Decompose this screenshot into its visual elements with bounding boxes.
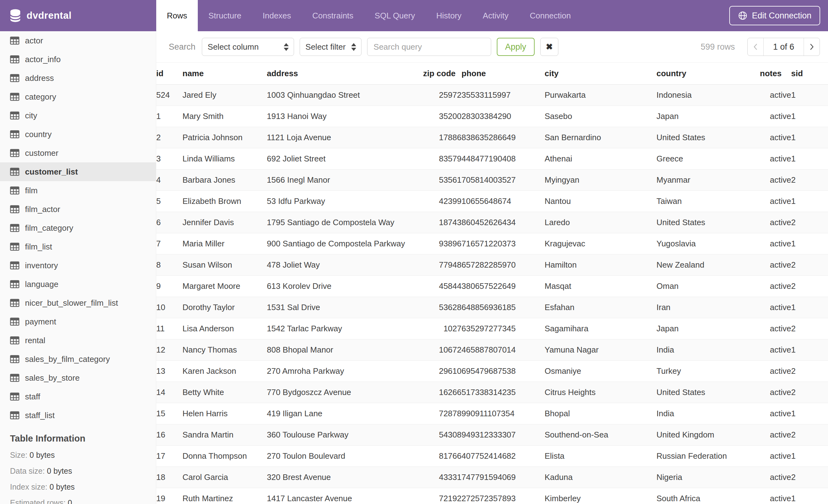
tab-structure[interactable]: Structure bbox=[198, 0, 252, 31]
table-row[interactable]: 3Linda Williams692 Joliet Street83579448… bbox=[156, 148, 828, 170]
sidebar-item-rental[interactable]: rental bbox=[0, 331, 156, 350]
tab-connection[interactable]: Connection bbox=[519, 0, 581, 31]
tab-history[interactable]: History bbox=[425, 0, 472, 31]
sidebar-item-customer_list[interactable]: customer_list bbox=[0, 163, 156, 181]
tab-indexes[interactable]: Indexes bbox=[252, 0, 302, 31]
table-row[interactable]: 18Carol Garcia320 Brest Avenue4333174779… bbox=[156, 467, 828, 488]
tab-rows[interactable]: Rows bbox=[156, 0, 198, 31]
table-row[interactable]: 15Helen Harris419 Iligan Lane72878990911… bbox=[156, 403, 828, 424]
table-row[interactable]: 8Susan Wilson478 Joliet Way7794865728228… bbox=[156, 255, 828, 276]
sidebar-item-film_category[interactable]: film_category bbox=[0, 219, 156, 237]
cell-address: 1566 Inegl Manor bbox=[267, 170, 423, 191]
table-row[interactable]: 524Jared Ely1003 Qinhuangdao Street25972… bbox=[156, 85, 828, 106]
cell-phone: 272572357893 bbox=[461, 488, 545, 504]
column-header-sid[interactable]: sid bbox=[791, 63, 828, 85]
sidebar-item-film[interactable]: film bbox=[0, 181, 156, 200]
table-grid-icon bbox=[10, 411, 19, 419]
table-row[interactable]: 19Ruth Martinez1417 Lancaster Avenue7219… bbox=[156, 488, 828, 504]
table-row[interactable]: 4Barbara Jones1566 Inegl Manor5356170581… bbox=[156, 170, 828, 191]
cell-notes: active bbox=[760, 467, 791, 488]
sidebar-item-address[interactable]: address bbox=[0, 69, 156, 87]
next-page-button[interactable] bbox=[804, 38, 820, 56]
cell-name: Barbara Jones bbox=[182, 170, 267, 191]
tab-constraints[interactable]: Constraints bbox=[302, 0, 364, 31]
sidebar-item-sales_by_store[interactable]: sales_by_store bbox=[0, 368, 156, 387]
sidebar-item-staff_list[interactable]: staff_list bbox=[0, 406, 156, 425]
sidebar-item-label: film_actor bbox=[25, 204, 60, 214]
cell-sid: 1 bbox=[791, 127, 828, 148]
sidebar-item-nicer_but_slower_film_list[interactable]: nicer_but_slower_film_list bbox=[0, 293, 156, 312]
sidebar-item-film_actor[interactable]: film_actor bbox=[0, 200, 156, 219]
sidebar-item-inventory[interactable]: inventory bbox=[0, 256, 156, 275]
cell-city: Citrus Heights bbox=[545, 382, 657, 403]
sidebar-item-payment[interactable]: payment bbox=[0, 312, 156, 331]
sidebar-item-city[interactable]: city bbox=[0, 106, 156, 125]
column-header-phone[interactable]: phone bbox=[461, 63, 545, 85]
cell-zip: 72878 bbox=[423, 403, 461, 424]
table-row[interactable]: 14Betty White770 Bydgoszcz Avenue1626651… bbox=[156, 382, 828, 403]
sidebar-item-label: film_category bbox=[25, 223, 74, 233]
sidebar-item-film_list[interactable]: film_list bbox=[0, 237, 156, 256]
cell-country: Greece bbox=[657, 148, 760, 170]
table-row[interactable]: 12Nancy Thomas808 Bhopal Manor1067246588… bbox=[156, 339, 828, 361]
column-select[interactable]: Select column bbox=[202, 38, 294, 56]
table-row[interactable]: 11Lisa Anderson1542 Tarlac Parkway102763… bbox=[156, 318, 828, 339]
table-row[interactable]: 7Maria Miller900 Santiago de Compostela … bbox=[156, 233, 828, 255]
table-grid-icon bbox=[10, 374, 19, 382]
cell-sid: 2 bbox=[791, 318, 828, 339]
sidebar-item-category[interactable]: category bbox=[0, 87, 156, 106]
cell-country: Nigeria bbox=[657, 467, 760, 488]
column-header-city[interactable]: city bbox=[545, 63, 657, 85]
cell-id: 5 bbox=[156, 191, 182, 212]
tab-activity[interactable]: Activity bbox=[472, 0, 519, 31]
cell-name: Jared Ely bbox=[182, 85, 267, 106]
cell-id: 7 bbox=[156, 233, 182, 255]
cell-phone: 838635286649 bbox=[461, 127, 545, 148]
column-header-id[interactable]: id bbox=[156, 63, 182, 85]
sidebar-item-customer[interactable]: customer bbox=[0, 144, 156, 163]
cell-notes: active bbox=[760, 170, 791, 191]
cell-notes: active bbox=[760, 255, 791, 276]
cell-name: Sandra Martin bbox=[182, 424, 267, 446]
column-header-country[interactable]: country bbox=[657, 63, 760, 85]
sidebar-item-actor_info[interactable]: actor_info bbox=[0, 50, 156, 69]
table-row[interactable]: 6Jennifer Davis1795 Santiago de Composte… bbox=[156, 212, 828, 233]
tab-sql-query[interactable]: SQL Query bbox=[364, 0, 425, 31]
edit-connection-button[interactable]: Edit Connection bbox=[729, 6, 820, 25]
cell-zip: 42399 bbox=[423, 191, 461, 212]
table-row[interactable]: 10Dorothy Taylor1531 Sal Drive5362864885… bbox=[156, 297, 828, 318]
column-header-name[interactable]: name bbox=[182, 63, 267, 85]
cell-address: 900 Santiago de Compostela Parkway bbox=[267, 233, 423, 255]
cell-sid: 1 bbox=[791, 191, 828, 212]
column-header-address[interactable]: address bbox=[267, 63, 423, 85]
sidebar-item-actor[interactable]: actor bbox=[0, 31, 156, 50]
table-info-row: Size: 0 bytes bbox=[10, 451, 156, 460]
sidebar-item-country[interactable]: country bbox=[0, 125, 156, 144]
apply-button[interactable]: Apply bbox=[497, 38, 535, 56]
table-row[interactable]: 2Patricia Johnson1121 Loja Avenue1788683… bbox=[156, 127, 828, 148]
cell-name: Dorothy Taylor bbox=[182, 297, 267, 318]
table-row[interactable]: 17Donna Thompson270 Toulon Boulevard8176… bbox=[156, 446, 828, 467]
filter-select[interactable]: Select filter bbox=[300, 38, 362, 56]
sidebar-item-staff[interactable]: staff bbox=[0, 387, 156, 406]
cell-zip: 43331 bbox=[423, 467, 461, 488]
table-row[interactable]: 16Sandra Martin360 Toulouse Parkway54308… bbox=[156, 424, 828, 446]
sidebar-item-sales_by_film_category[interactable]: sales_by_film_category bbox=[0, 350, 156, 368]
previous-page-button[interactable] bbox=[748, 38, 763, 56]
main-panel: Search Select column Select filter Apply… bbox=[156, 31, 828, 504]
table-row[interactable]: 13Karen Jackson270 Amroha Parkway2961069… bbox=[156, 361, 828, 382]
cell-city: Bhopal bbox=[545, 403, 657, 424]
sidebar-item-label: staff bbox=[25, 392, 40, 402]
clear-search-button[interactable]: ✖ bbox=[540, 38, 558, 56]
search-query-input[interactable] bbox=[367, 38, 491, 56]
database-name: dvdrental bbox=[27, 10, 72, 21]
table-row[interactable]: 9Margaret Moore613 Korolev Drive45844380… bbox=[156, 276, 828, 297]
column-header-zip[interactable]: zip code bbox=[423, 63, 461, 85]
sidebar-item-language[interactable]: language bbox=[0, 275, 156, 293]
table-info-rows: Size: 0 bytesData size: 0 bytesIndex siz… bbox=[0, 451, 156, 504]
table-row[interactable]: 1Mary Smith1913 Hanoi Way352002830338429… bbox=[156, 106, 828, 127]
cell-city: Laredo bbox=[545, 212, 657, 233]
column-header-notes[interactable]: notes bbox=[760, 63, 791, 85]
table-row[interactable]: 5Elizabeth Brown53 Idfu Parkway423991065… bbox=[156, 191, 828, 212]
cell-sid: 1 bbox=[791, 233, 828, 255]
